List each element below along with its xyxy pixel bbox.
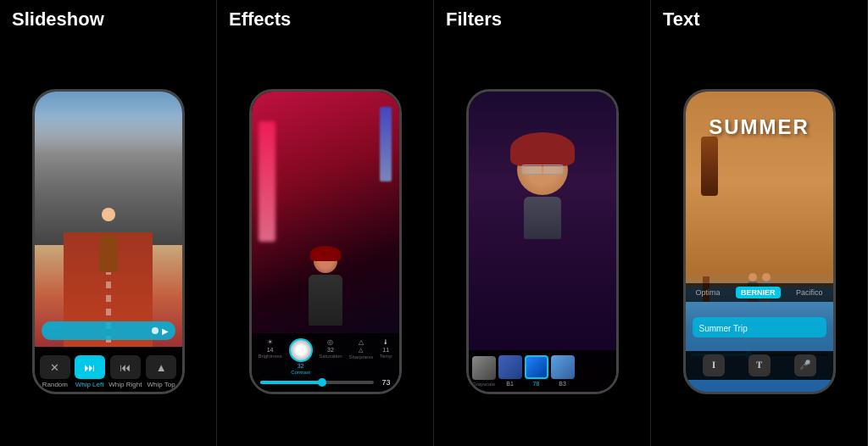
- b2-thumb-item[interactable]: 78: [525, 355, 548, 387]
- b1-thumb: [498, 355, 522, 379]
- sharpness-value: △: [359, 347, 363, 354]
- font-row: Optima BERNIER Pacifico: [686, 283, 833, 302]
- slideshow-phone-container: ▶ ✕ Random ⏭ Whip Left ⏮ Whip Right: [0, 37, 216, 446]
- b3-value: B3: [559, 381, 566, 387]
- effects-sliders-panel: ☀ 14 Brightness 32 Contrast ◎ 32 Sa: [252, 333, 399, 392]
- effects-screen: ☀ 14 Brightness 32 Contrast ◎ 32 Sa: [252, 92, 399, 392]
- temp-icon: 🌡: [382, 338, 389, 346]
- whip-top-label: Whip Top: [147, 381, 175, 388]
- contrast-icon: [289, 338, 313, 362]
- text-label-row: Summer Trip: [693, 317, 826, 337]
- slider-labels-row: ☀ 14 Brightness 32 Contrast ◎ 32 Sa: [255, 338, 396, 375]
- b3-thumb-item[interactable]: B3: [551, 355, 575, 387]
- text-phone: SUMMER Optima BERNIER Pacifico: [683, 89, 836, 394]
- filters-title: Filters: [434, 0, 650, 37]
- slideshow-bottom-controls: ✕ Random ⏭ Whip Left ⏮ Whip Right ▲ Whip…: [35, 347, 182, 392]
- brightness-name: Brightness: [258, 354, 281, 359]
- italic-tool[interactable]: 𝐈: [703, 354, 725, 376]
- whip-left-button[interactable]: ⏭ Whip Left: [75, 355, 105, 388]
- brightness-icon: ☀: [267, 338, 273, 346]
- effects-title: Effects: [217, 0, 433, 37]
- totem-pole: [701, 137, 718, 196]
- contrast-name: Contrast: [291, 370, 310, 375]
- filters-screen: Grayscale B1 78 B3: [469, 92, 616, 392]
- whip-left-icon: ⏭: [75, 355, 105, 379]
- font-optima[interactable]: Optima: [691, 287, 726, 298]
- thumb-row: Grayscale B1 78 B3: [472, 355, 613, 387]
- neon-right: [380, 107, 392, 182]
- text-screen: SUMMER Optima BERNIER Pacifico: [686, 92, 833, 392]
- effects-panel: Effects ☀ 14 Bright: [217, 0, 434, 446]
- left-lens: [522, 165, 542, 174]
- brightness-slider-item: ☀ 14 Brightness: [258, 338, 281, 375]
- effects-person-hair: [310, 246, 341, 261]
- random-button[interactable]: ✕ Random: [40, 355, 70, 388]
- sharpness-slider-item: △ △ Sharpness: [348, 338, 373, 375]
- play-bar: ▶: [42, 321, 175, 340]
- temp-slider-item: 🌡 11 Temp: [380, 338, 392, 375]
- slideshow-panel: Slideshow ▶ ✕ Random: [0, 0, 217, 446]
- text-tool[interactable]: 𝐓: [748, 354, 771, 376]
- effects-person-head: [314, 249, 337, 273]
- text-label-content: Summer Trip: [699, 324, 748, 333]
- saturation-name: Saturation: [319, 354, 342, 359]
- random-label: Random: [42, 381, 68, 388]
- temp-name: Temp: [380, 354, 392, 359]
- filters-phone-container: Grayscale B1 78 B3: [434, 37, 650, 446]
- contrast-value: 32: [298, 363, 304, 369]
- filters-panel: Filters: [434, 0, 651, 446]
- text-phone-container: SUMMER Optima BERNIER Pacifico: [651, 37, 867, 446]
- b3-thumb: [551, 355, 575, 379]
- effects-phone-container: ☀ 14 Brightness 32 Contrast ◎ 32 Sa: [217, 37, 433, 446]
- neon-left: [259, 121, 275, 242]
- mic-tool[interactable]: 🎤: [794, 354, 816, 376]
- whip-right-button[interactable]: ⏮ Whip Right: [108, 355, 142, 388]
- whip-right-icon: ⏮: [110, 355, 141, 379]
- person-head-2: [762, 273, 771, 282]
- slider-number: 73: [377, 378, 391, 387]
- person-head: [102, 208, 115, 221]
- b1-thumb-item[interactable]: B1: [498, 355, 522, 387]
- summer-text: SUMMER: [709, 115, 810, 139]
- play-dot: [152, 327, 159, 334]
- sharpness-icon: △: [359, 338, 364, 346]
- slideshow-title: Slideshow: [0, 0, 216, 37]
- font-bernier[interactable]: BERNIER: [736, 287, 781, 298]
- effects-phone: ☀ 14 Brightness 32 Contrast ◎ 32 Sa: [249, 89, 402, 394]
- saturation-value: 32: [327, 347, 334, 353]
- person-head-1: [748, 273, 757, 282]
- saturation-icon: ◎: [327, 338, 333, 346]
- slider-thumb: [318, 378, 326, 387]
- whip-top-icon: ▲: [146, 355, 176, 379]
- filters-phone: Grayscale B1 78 B3: [466, 89, 619, 394]
- person-body: [99, 235, 118, 272]
- girl-glasses: [521, 164, 564, 175]
- grayscale-label: Grayscale: [472, 382, 495, 387]
- slideshow-screen: ▶: [35, 92, 182, 347]
- girl-hair: [510, 132, 575, 166]
- control-row: ✕ Random ⏭ Whip Left ⏮ Whip Right ▲ Whip…: [35, 352, 182, 388]
- whip-top-button[interactable]: ▲ Whip Top: [146, 355, 176, 388]
- brightness-value: 14: [267, 347, 274, 353]
- totem-area: [693, 137, 726, 204]
- slider-fill: [260, 381, 323, 384]
- girl-figure: [509, 144, 576, 254]
- temp-value: 11: [382, 347, 389, 353]
- saturation-slider-item: ◎ 32 Saturation: [319, 338, 342, 375]
- grayscale-thumb: [472, 356, 496, 380]
- b1-value: B1: [506, 381, 514, 387]
- filter-thumbnails: Grayscale B1 78 B3: [469, 350, 616, 392]
- b2-thumb: [525, 355, 548, 379]
- main-slider-track[interactable]: [260, 381, 374, 384]
- font-pacifico[interactable]: Pacifico: [791, 287, 828, 298]
- girl-body: [524, 197, 561, 239]
- person-silhouette: [96, 208, 121, 276]
- text-tools-row: 𝐈 𝐓 🎤: [686, 351, 833, 380]
- play-arrow-icon: ▶: [162, 326, 169, 336]
- grayscale-thumb-item[interactable]: Grayscale: [472, 356, 496, 387]
- girl-scene: [469, 92, 616, 307]
- random-icon: ✕: [40, 355, 70, 379]
- text-panel: Text SUMMER: [651, 0, 868, 446]
- main-slider-row: 73: [255, 378, 396, 387]
- effects-person-body: [309, 275, 342, 326]
